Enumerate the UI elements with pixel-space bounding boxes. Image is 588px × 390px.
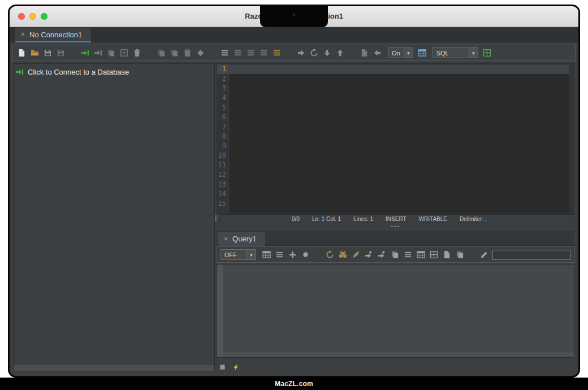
execute-sql-icon[interactable] bbox=[296, 48, 306, 58]
row-text-view-icon[interactable] bbox=[403, 250, 413, 259]
line-number: 14 bbox=[217, 189, 228, 199]
line-number: 12 bbox=[217, 170, 228, 180]
export-results-icon[interactable] bbox=[262, 250, 271, 259]
toolbar-separator bbox=[285, 53, 293, 53]
main-toolbar-icons bbox=[17, 48, 382, 58]
results-search-input[interactable] bbox=[492, 250, 570, 260]
filter-results-icon[interactable] bbox=[351, 250, 361, 259]
line-number: 8 bbox=[217, 132, 228, 141]
line-number: 10 bbox=[217, 151, 228, 161]
toolbar-separator bbox=[209, 53, 217, 53]
execute-bolt-icon[interactable] bbox=[232, 363, 240, 371]
export-document-icon[interactable] bbox=[360, 48, 369, 58]
notch bbox=[260, 6, 328, 27]
insert-mode-indicator: INSERT bbox=[386, 216, 407, 222]
horizontal-splitter-handle[interactable]: ••• bbox=[217, 224, 574, 231]
line-number: 15 bbox=[217, 199, 228, 209]
editor-mode-select[interactable]: SQL ▾ bbox=[433, 47, 478, 58]
move-up-icon[interactable] bbox=[335, 48, 345, 58]
line-number: 7 bbox=[217, 122, 228, 132]
open-file-icon[interactable] bbox=[30, 48, 40, 58]
connect-database-icon bbox=[15, 68, 24, 76]
new-connection-icon[interactable] bbox=[119, 48, 129, 58]
toolbar-separator bbox=[314, 254, 322, 255]
find-in-results-icon[interactable] bbox=[338, 250, 348, 259]
query-toolbar-icons bbox=[262, 250, 489, 259]
connect-message: Click to Connect to a Database bbox=[28, 68, 129, 76]
toolbar-separator bbox=[468, 254, 476, 255]
move-down-icon[interactable] bbox=[322, 48, 332, 58]
max-rows-value: OFF bbox=[220, 249, 247, 260]
stop-indicator-icon[interactable] bbox=[219, 363, 226, 371]
reconnect-icon[interactable] bbox=[106, 48, 116, 58]
close-tab-icon[interactable]: × bbox=[224, 235, 228, 243]
writable-indicator: WRITABLE bbox=[419, 216, 447, 222]
document-view-icon[interactable] bbox=[442, 250, 452, 259]
refresh-results-icon[interactable] bbox=[325, 250, 335, 259]
select-all-lines-icon[interactable] bbox=[220, 48, 230, 58]
navigate-back-icon[interactable] bbox=[373, 48, 382, 58]
line-number: 6 bbox=[217, 112, 228, 122]
sidebar-horizontal-scrollbar[interactable] bbox=[14, 365, 214, 371]
transaction-log-icon[interactable] bbox=[417, 48, 427, 58]
line-number: 9 bbox=[217, 141, 228, 151]
line-number: 5 bbox=[217, 103, 228, 112]
grid-view-icon[interactable] bbox=[429, 250, 439, 259]
refresh-icon[interactable] bbox=[309, 48, 319, 58]
line-number: 1 bbox=[217, 64, 228, 74]
copy-results-icon[interactable] bbox=[390, 250, 400, 259]
results-row-gutter bbox=[217, 265, 223, 357]
connect-icon[interactable] bbox=[80, 48, 90, 58]
tab-no-connection1[interactable]: × No Connection1 bbox=[15, 28, 91, 42]
table-view-icon[interactable] bbox=[416, 250, 426, 259]
sql-grid-icon[interactable] bbox=[482, 48, 492, 58]
compare-icon[interactable] bbox=[196, 48, 205, 58]
transaction-mode-select[interactable]: On ▾ bbox=[388, 47, 413, 58]
max-rows-select[interactable]: OFF ▾ bbox=[220, 249, 256, 260]
watermark-text: MacZL.com bbox=[275, 380, 313, 388]
toolbar-separator bbox=[348, 53, 356, 53]
disconnect-icon[interactable] bbox=[93, 48, 103, 58]
save-as-icon[interactable] bbox=[56, 48, 66, 58]
editor-mode-value: SQL bbox=[433, 47, 469, 58]
delete-connection-icon[interactable] bbox=[132, 48, 142, 58]
close-tab-icon[interactable]: × bbox=[21, 31, 25, 38]
camera-dot bbox=[293, 14, 296, 16]
edit-cell-icon[interactable] bbox=[479, 250, 489, 259]
connection-tab-bar: × No Connection1 bbox=[10, 27, 578, 42]
tab-label: No Connection1 bbox=[29, 31, 82, 39]
sql-editor[interactable]: 123456789101112131415 bbox=[217, 63, 574, 214]
copy-icon[interactable] bbox=[157, 48, 166, 58]
copy-document-icon[interactable] bbox=[455, 250, 465, 259]
new-file-icon[interactable] bbox=[17, 48, 27, 58]
duplicate-icon[interactable] bbox=[170, 48, 179, 58]
query-tab-label: Query1 bbox=[232, 235, 257, 243]
query-results-panel[interactable] bbox=[217, 264, 574, 358]
delimiter-indicator: Delimiter: ; bbox=[460, 216, 487, 222]
insert-column-icon[interactable] bbox=[364, 250, 374, 259]
vertical-splitter-handle[interactable]: ⋮ bbox=[213, 214, 218, 224]
wrap-text-icon[interactable] bbox=[275, 250, 284, 259]
save-icon[interactable] bbox=[43, 48, 53, 58]
line-count: Lines: 1 bbox=[353, 216, 373, 222]
line-number: 3 bbox=[217, 84, 228, 93]
tab-query1[interactable]: × Query1 bbox=[218, 232, 265, 246]
align-center-icon[interactable] bbox=[246, 48, 256, 58]
paste-icon[interactable] bbox=[183, 48, 192, 58]
connect-to-database-link[interactable]: Click to Connect to a Database bbox=[14, 64, 214, 80]
align-right-icon[interactable] bbox=[259, 48, 269, 58]
chevron-down-icon[interactable]: ▾ bbox=[469, 47, 478, 58]
add-row-icon[interactable] bbox=[288, 250, 297, 259]
razorsql-window: RazorSQL - No Connection1 × No Connectio… bbox=[8, 5, 580, 378]
format-sql-icon[interactable] bbox=[272, 48, 282, 58]
line-number: 2 bbox=[217, 74, 228, 84]
stop-query-icon[interactable] bbox=[301, 250, 310, 259]
append-column-icon[interactable] bbox=[377, 250, 387, 259]
editor-vertical-scrollbar[interactable] bbox=[569, 64, 574, 213]
align-left-icon[interactable] bbox=[233, 48, 243, 58]
chevron-down-icon[interactable]: ▾ bbox=[247, 249, 256, 260]
line-number: 13 bbox=[217, 180, 228, 189]
chevron-down-icon[interactable]: ▾ bbox=[404, 47, 413, 58]
editor-status-bar: 0/0 Ln. 1 Col. 1 Lines: 1 INSERT WRITABL… bbox=[220, 214, 574, 223]
results-horizontal-scrollbar[interactable] bbox=[223, 352, 574, 357]
